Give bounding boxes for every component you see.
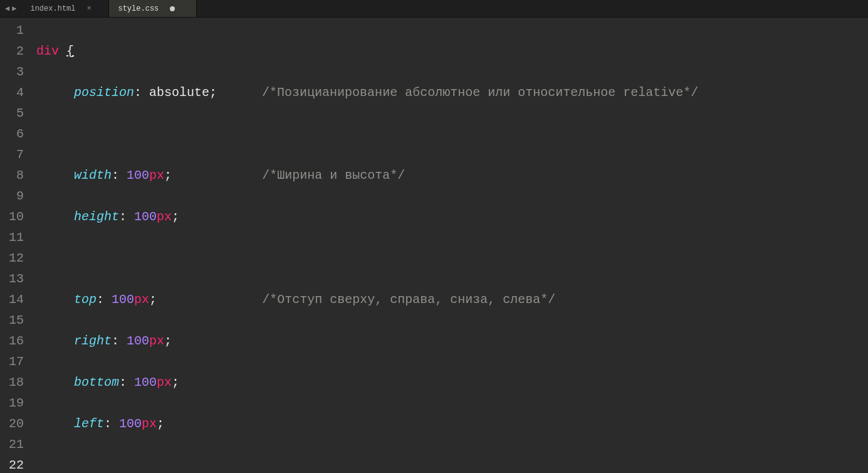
code-line: left: 100px; xyxy=(36,413,698,434)
code-line: position: absolute; /*Позицианирование а… xyxy=(36,82,698,103)
code-content[interactable]: div { position: absolute; /*Позицианиров… xyxy=(31,18,698,473)
editor-area[interactable]: 1 2 3 4 5 6 7 8 9 10 11 12 13 14 15 16 1… xyxy=(0,18,868,473)
line-number: 15 xyxy=(4,310,24,331)
line-number: 12 xyxy=(4,248,24,268)
css-property: left xyxy=(74,417,104,431)
line-number: 21 xyxy=(4,434,24,455)
line-number: 18 xyxy=(4,372,24,393)
line-number: 4 xyxy=(4,82,24,103)
css-number: 100 xyxy=(127,168,149,183)
nav-back-icon[interactable]: ◀ xyxy=(5,4,9,13)
close-icon[interactable]: × xyxy=(86,4,91,13)
css-unit: px xyxy=(142,417,157,431)
line-number: 19 xyxy=(4,393,24,413)
css-property: right xyxy=(74,334,112,348)
css-number: 100 xyxy=(119,417,142,431)
line-number: 3 xyxy=(4,61,24,82)
css-property: width xyxy=(74,168,112,183)
tab-label: index.html xyxy=(30,4,75,13)
css-unit: px xyxy=(157,375,172,390)
line-number: 9 xyxy=(4,186,24,206)
code-line: div { xyxy=(36,41,698,61)
css-number: 100 xyxy=(112,292,134,307)
code-line: bottom: 100px; xyxy=(36,372,698,393)
line-number: 13 xyxy=(4,268,24,289)
css-unit: px xyxy=(157,210,172,224)
tab-label: style.css xyxy=(118,4,159,13)
line-number: 17 xyxy=(4,351,24,372)
css-comment: /*Отступ сверху, справа, сниза, слева*/ xyxy=(262,292,555,307)
tab-nav-arrows: ◀ ▶ xyxy=(0,0,21,17)
css-number: 100 xyxy=(127,334,149,348)
code-line: height: 100px; xyxy=(36,206,698,227)
line-number: 22 xyxy=(4,455,24,473)
css-comment: /*Позицианирование абсолютное или относи… xyxy=(262,85,698,100)
title-bar: ◀ ▶ index.html × style.css xyxy=(0,0,868,18)
line-number: 14 xyxy=(4,289,24,310)
css-selector: div xyxy=(36,44,59,58)
line-number: 7 xyxy=(4,144,24,165)
line-number: 6 xyxy=(4,124,24,144)
tab-index-html[interactable]: index.html × xyxy=(21,0,109,17)
code-line xyxy=(36,248,698,268)
css-property: bottom xyxy=(74,375,119,390)
code-line xyxy=(36,124,698,144)
line-number: 10 xyxy=(4,206,24,227)
line-number: 2 xyxy=(4,41,24,61)
brace-open: { xyxy=(66,44,74,58)
code-line: top: 100px; /*Отступ сверху, справа, сни… xyxy=(36,289,698,310)
line-number: 1 xyxy=(4,20,24,41)
tab-style-css[interactable]: style.css xyxy=(109,0,197,17)
nav-forward-icon[interactable]: ▶ xyxy=(12,4,16,13)
css-value: absolute xyxy=(149,85,209,100)
css-property: position xyxy=(74,85,134,100)
line-number: 16 xyxy=(4,331,24,351)
line-number: 11 xyxy=(4,227,24,248)
css-property: height xyxy=(74,210,119,224)
code-line: right: 100px; xyxy=(36,331,698,351)
css-unit: px xyxy=(149,168,164,183)
line-number: 5 xyxy=(4,103,24,124)
css-comment: /*Ширина и высота*/ xyxy=(262,168,405,183)
css-property: top xyxy=(74,292,97,307)
code-line xyxy=(36,455,698,473)
css-number: 100 xyxy=(134,375,157,390)
css-unit: px xyxy=(134,292,149,307)
dirty-indicator-icon[interactable] xyxy=(170,6,175,11)
line-number: 8 xyxy=(4,165,24,186)
css-number: 100 xyxy=(134,210,157,224)
code-line: width: 100px; /*Ширина и высота*/ xyxy=(36,165,698,186)
line-number: 20 xyxy=(4,413,24,434)
css-unit: px xyxy=(149,334,164,348)
line-number-gutter: 1 2 3 4 5 6 7 8 9 10 11 12 13 14 15 16 1… xyxy=(0,18,31,473)
